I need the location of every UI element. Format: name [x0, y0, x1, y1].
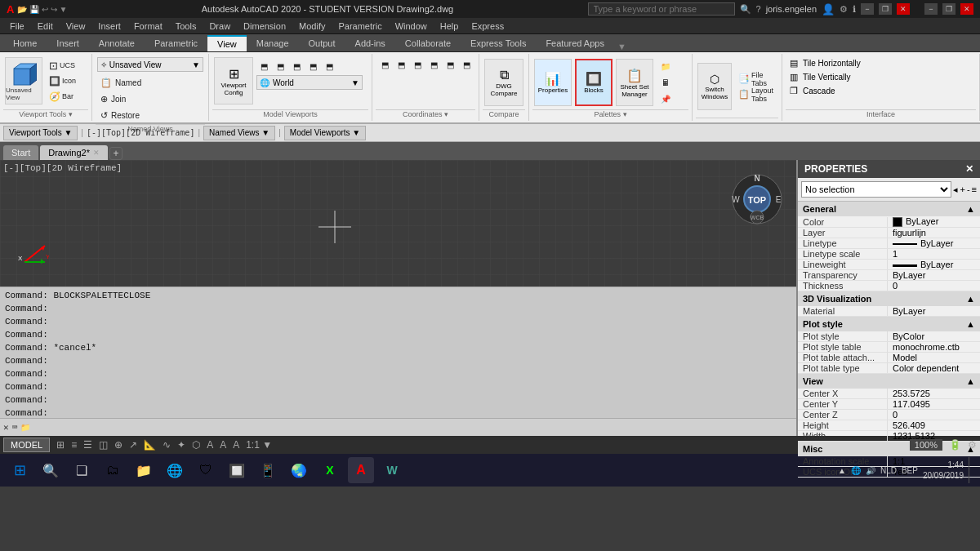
search-taskbar-btn[interactable]: 🔍: [38, 457, 64, 483]
prop-sel-icon4[interactable]: ≡: [972, 184, 977, 194]
section-general-header[interactable]: General ▲: [798, 202, 980, 216]
extra-btn[interactable]: 📌: [657, 91, 675, 106]
tspace-icon[interactable]: ⬡: [192, 439, 200, 451]
sel-icon[interactable]: A: [220, 439, 226, 451]
taskbar-app3-btn[interactable]: 🔲: [224, 457, 250, 483]
blocks-btn[interactable]: 🔲 Blocks: [575, 59, 612, 106]
taskbar-folder-btn[interactable]: 📁: [131, 457, 157, 483]
vp-icon3[interactable]: ⬒: [289, 59, 304, 73]
drawing-canvas[interactable]: [-][Top][2D Wireframe] X Y N S W E TOP: [0, 160, 796, 287]
app-minimize-button[interactable]: −: [861, 3, 874, 15]
tab-drawing[interactable]: Drawing2* ✕: [40, 145, 108, 160]
polar-icon[interactable]: ◫: [99, 439, 108, 451]
nav-btn[interactable]: 🧭 Bar: [46, 89, 87, 104]
menu-dimension[interactable]: Dimension: [237, 20, 292, 33]
ucs-icon-btn2[interactable]: ⊡ UCS: [46, 58, 87, 73]
dyn-icon[interactable]: ∿: [163, 439, 171, 451]
keyword-search-input[interactable]: [588, 2, 735, 16]
sheet-set-btn[interactable]: 📋 Sheet SetManager: [616, 59, 653, 106]
section-view-header[interactable]: View ▲: [798, 374, 980, 389]
menu-view[interactable]: View: [60, 20, 92, 33]
otrack-icon[interactable]: ↗: [129, 439, 137, 451]
app-close-button[interactable]: ✕: [897, 3, 910, 15]
menu-help[interactable]: Help: [434, 20, 466, 33]
ucs-icon-btn[interactable]: Unsaved View: [5, 57, 42, 104]
menu-file[interactable]: File: [3, 20, 31, 33]
tab-output[interactable]: Output: [299, 35, 345, 51]
coord-icon5[interactable]: ⬒: [443, 57, 457, 72]
menu-window[interactable]: Window: [389, 20, 434, 33]
taskbar-explorer-btn[interactable]: 🗂: [100, 457, 126, 483]
properties-btn[interactable]: 📊 Properties: [534, 59, 572, 106]
volume-icon[interactable]: 🔊: [866, 466, 875, 475]
coord-icon4[interactable]: ⬒: [426, 57, 441, 72]
coord-icon6[interactable]: ⬒: [459, 57, 474, 72]
tab-overflow-icon[interactable]: ▼: [617, 42, 626, 51]
properties-close-icon[interactable]: ✕: [965, 163, 973, 175]
tool-palette-btn[interactable]: 📁: [657, 59, 675, 73]
tab-collaborate[interactable]: Collaborate: [395, 35, 461, 51]
restore-btn[interactable]: ↺ Restore: [97, 108, 203, 122]
selection-dropdown[interactable]: No selection: [801, 181, 951, 198]
taskbar-browser-btn[interactable]: 🌐: [162, 457, 188, 483]
tab-home[interactable]: Home: [3, 35, 47, 51]
tab-insert[interactable]: Insert: [47, 35, 89, 51]
tab-add-ins[interactable]: Add-ins: [345, 35, 395, 51]
taskview-btn[interactable]: ❑: [69, 457, 95, 483]
tile-vertically-btn[interactable]: ▥ Tile Vertically: [787, 71, 893, 83]
tab-annotate[interactable]: Annotate: [89, 35, 145, 51]
file-tabs-btn[interactable]: 📑 FileTabs: [735, 72, 777, 87]
section-plotstyle-header[interactable]: Plot style ▲: [798, 317, 980, 331]
taskbar-chrome-btn[interactable]: 🌏: [286, 457, 312, 483]
taskbar-autocad-btn[interactable]: A: [348, 457, 374, 483]
layout-tabs-btn[interactable]: 📋 LayoutTabs: [735, 87, 777, 102]
model-viewports-toolbar-btn[interactable]: Model Viewports ▼: [284, 126, 366, 140]
viewport-config-btn[interactable]: ⊞ ViewportConfig: [214, 57, 253, 104]
model-indicator[interactable]: MODEL: [3, 438, 50, 452]
tab-featured-apps[interactable]: Featured Apps: [536, 35, 614, 51]
menu-insert[interactable]: Insert: [91, 20, 127, 33]
start-button[interactable]: ⊞: [7, 457, 33, 483]
unsaved-view-dropdown[interactable]: ✧ Unsaved View ▼: [97, 57, 203, 72]
tile-horizontally-btn[interactable]: ▤ Tile Horizontally: [787, 57, 893, 69]
vp-icon2[interactable]: ⬒: [273, 59, 287, 73]
show-desktop-btn[interactable]: [969, 457, 973, 483]
prop-sel-icon3[interactable]: -: [967, 184, 970, 194]
grid-icon[interactable]: ⊞: [56, 439, 65, 451]
qp-icon[interactable]: A: [207, 439, 213, 451]
doc-restore-button[interactable]: ❐: [942, 3, 956, 15]
join-btn[interactable]: ⊕ Join: [97, 91, 203, 106]
prop-sel-icon1[interactable]: ◂: [953, 184, 958, 195]
scale-label[interactable]: 1:1 ▼: [246, 439, 272, 451]
doc-close-button[interactable]: ✕: [960, 3, 973, 15]
prop-sel-icon2[interactable]: +: [960, 184, 964, 194]
named-views-toolbar-btn[interactable]: Named Views ▼: [203, 126, 275, 140]
menu-modify[interactable]: Modify: [292, 20, 332, 33]
tab-add-button[interactable]: +: [109, 147, 122, 160]
tab-parametric[interactable]: Parametric: [145, 35, 207, 51]
command-input[interactable]: [33, 422, 783, 433]
tab-manage[interactable]: Manage: [247, 35, 299, 51]
doc-minimize-button[interactable]: −: [924, 3, 938, 15]
menu-draw[interactable]: Draw: [203, 20, 237, 33]
snap-icon[interactable]: ≡: [71, 439, 77, 451]
menu-express[interactable]: Express: [465, 20, 510, 33]
anno-icon[interactable]: A: [233, 439, 239, 451]
coord-icon1[interactable]: ⬒: [377, 57, 392, 72]
coord-icon2[interactable]: ⬒: [394, 57, 408, 72]
world-dropdown[interactable]: 🌐 World ▼: [256, 75, 363, 90]
vp-icon5[interactable]: ⬒: [322, 59, 336, 73]
ortho-icon[interactable]: ☰: [83, 439, 92, 451]
menu-format[interactable]: Format: [127, 20, 169, 33]
menu-tools[interactable]: Tools: [169, 20, 203, 33]
ducs-icon[interactable]: 📐: [144, 439, 156, 451]
vp-icon1[interactable]: ⬒: [256, 59, 271, 73]
section-3dvis-header[interactable]: 3D Visualization ▲: [798, 291, 980, 306]
namedviews-icon-btn[interactable]: 🔲 Icon: [46, 73, 87, 88]
taskbar-excel-btn[interactable]: X: [317, 457, 343, 483]
tab-view[interactable]: View: [207, 35, 247, 51]
menu-edit[interactable]: Edit: [31, 20, 60, 33]
coord-icon3[interactable]: ⬒: [410, 57, 425, 72]
app-restore-button[interactable]: ❐: [879, 3, 892, 15]
lweight-icon[interactable]: ✦: [177, 439, 185, 451]
